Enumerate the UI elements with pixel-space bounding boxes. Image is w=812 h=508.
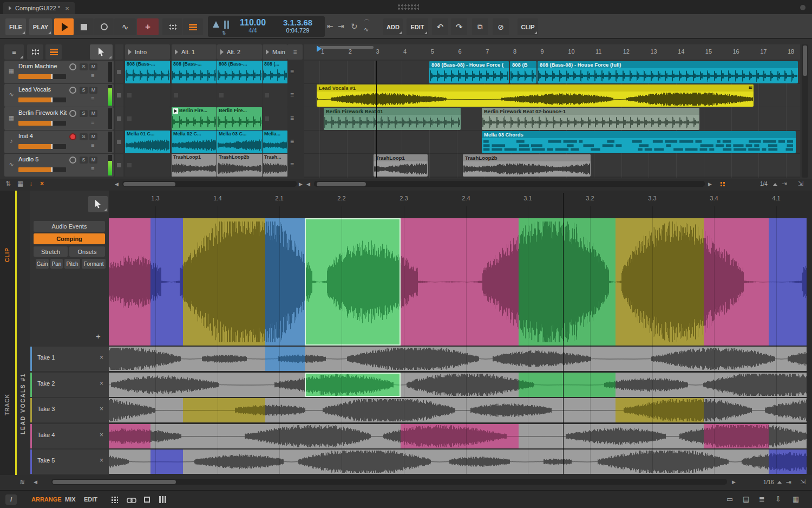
arc-icon[interactable]: ⌒	[364, 18, 370, 27]
follow-playhead-icon[interactable]: ⇅	[5, 180, 11, 187]
link-icon[interactable]	[127, 497, 136, 504]
track-header[interactable]: ∿Audio 5SM≡	[4, 154, 114, 177]
record-arm-button[interactable]	[69, 87, 76, 94]
arranger-clip[interactable]: Berlin Firework Beat 01	[324, 108, 461, 130]
clip-header[interactable]: 808 (Bass-08) - House Force (full)	[538, 61, 798, 68]
scene-play-icon[interactable]	[266, 49, 269, 55]
arranger-grid-value[interactable]: 1/4	[760, 181, 768, 187]
onsets-button[interactable]: Onsets	[69, 246, 105, 257]
scrollbar-thumb[interactable]	[803, 45, 807, 76]
arrangement-loop-region[interactable]	[319, 46, 374, 49]
keyboard-panel-icon[interactable]: ▦	[793, 495, 799, 503]
scene-header[interactable]: Alt. 1	[172, 44, 217, 60]
editor-playhead[interactable]	[563, 193, 564, 474]
clip-stop-button[interactable]	[115, 107, 123, 130]
comping-button[interactable]: Comping	[34, 233, 105, 244]
layout-split-button[interactable]	[162, 18, 182, 35]
scene-play-icon[interactable]	[128, 49, 132, 55]
clip-header[interactable]: 808 (Bass-08) - House Force (	[429, 61, 509, 68]
punch-out-icon[interactable]: ⇥	[338, 22, 344, 30]
gain-button[interactable]: Gain	[36, 259, 49, 269]
launcher-scrollbar[interactable]	[122, 181, 297, 187]
pitch-button[interactable]: Pitch	[64, 259, 80, 269]
scene-header[interactable]: Alt. 2	[217, 44, 262, 60]
volume-fader[interactable]	[18, 121, 66, 126]
scene-row-menu-icon[interactable]: ≡	[290, 68, 294, 75]
tempo-value[interactable]: 110.00	[235, 18, 271, 27]
track-header[interactable]: ♪Inst 4SM≡	[4, 131, 114, 153]
take-list-item[interactable]: Take 3×	[30, 398, 109, 422]
track-menu-icon[interactable]: ≡	[91, 119, 94, 125]
take-delete-icon[interactable]: ×	[100, 457, 103, 464]
solo-button[interactable]: S	[80, 87, 88, 94]
clip-header[interactable]: Berlin Firework Beat 01	[324, 108, 461, 115]
info-button[interactable]: i	[5, 494, 17, 505]
timeline-view-button[interactable]	[45, 44, 62, 60]
comp-waveform-display[interactable]	[109, 218, 807, 346]
empty-clip-slot[interactable]	[263, 84, 287, 107]
scene-row-menu-icon[interactable]: ≡	[290, 91, 294, 99]
pan-button[interactable]: Pan	[50, 259, 63, 269]
loop-icon[interactable]: ↻	[351, 22, 358, 31]
single-window-icon[interactable]	[144, 497, 150, 503]
clip-stop-button[interactable]	[115, 131, 123, 153]
volume-fader[interactable]	[18, 144, 66, 149]
punch-in-icon[interactable]: ⇤	[327, 22, 333, 30]
clip-slot[interactable]: 808 (Bass-...	[217, 61, 262, 83]
solo-button[interactable]: S	[80, 110, 88, 117]
record-arm-button[interactable]	[69, 63, 76, 70]
expand-panel-icon[interactable]: ⇲	[798, 180, 803, 187]
track-menu-icon[interactable]: ≡	[91, 142, 94, 148]
take-lane-waveform[interactable]	[109, 450, 807, 474]
clip-header[interactable]: TrashLoop2b	[463, 154, 591, 161]
tempo-block[interactable]: 110.00 4/4	[235, 18, 271, 34]
empty-clip-slot[interactable]	[125, 107, 170, 130]
record-arm-button[interactable]	[69, 157, 76, 164]
scrollbar-thumb[interactable]	[317, 182, 366, 186]
take-delete-icon[interactable]: ×	[100, 354, 103, 361]
track-menu-icon[interactable]: ≡	[91, 95, 94, 102]
editor-pointer-tool-button[interactable]	[88, 196, 108, 212]
clip-stop-button[interactable]	[115, 154, 123, 177]
scene-header[interactable]: Intro	[125, 44, 170, 60]
browser-panel-icon[interactable]: ⇩	[775, 495, 781, 503]
timeline-scrollbar[interactable]	[314, 181, 705, 187]
overdub-plus-button[interactable]: +	[137, 18, 159, 35]
track-header[interactable]: ▦Drum MachineSM≡	[4, 61, 114, 83]
empty-clip-slot[interactable]	[125, 84, 170, 107]
empty-clip-slot[interactable]	[263, 107, 287, 130]
clip-header[interactable]: 808 (B	[510, 61, 536, 68]
track-menu-icon[interactable]: ≡	[91, 165, 94, 172]
tab-arrange[interactable]: ARRANGE	[31, 496, 62, 503]
arranger-vertical-scrollbar[interactable]	[802, 44, 808, 178]
position-time[interactable]: 0:04.729	[274, 27, 322, 34]
scene-row-menu-icon[interactable]: ≡	[290, 161, 294, 168]
clip-loop-icon[interactable]: ≋	[748, 84, 752, 92]
automation-write-button[interactable]: ∿	[114, 18, 136, 35]
take-delete-icon[interactable]: ×	[100, 431, 103, 439]
arranger-clip[interactable]: Lead Vocals #1≋	[317, 84, 754, 107]
timeline-scroll-left-icon[interactable]: ◀	[306, 181, 310, 187]
arranger-clip[interactable]: Berlin Firework Beat 02-bounce-1	[482, 108, 699, 130]
volume-fader[interactable]	[18, 167, 66, 172]
clear-selection-icon[interactable]: ×	[40, 180, 44, 187]
edit-button[interactable]: EDIT	[407, 18, 428, 35]
project-tab-close-icon[interactable]: ×	[65, 4, 69, 12]
record-arm-button[interactable]	[69, 133, 76, 140]
arranger-clip[interactable]: 808 (Bass-08) - House Force (	[429, 61, 509, 83]
volume-fader[interactable]	[18, 97, 66, 102]
take-lane-waveform[interactable]	[109, 373, 807, 397]
arranger-ruler[interactable]: 123456789101112131415161718	[304, 44, 800, 60]
arranger-clip[interactable]: Mella 03 Chords	[482, 131, 796, 153]
track-list-button[interactable]: ≡	[4, 44, 24, 60]
arranger-playhead[interactable]	[376, 61, 377, 178]
track-menu-icon[interactable]: ≡	[91, 72, 94, 79]
arranger-timeline[interactable]: 808 (Bass-08) - House Force (808 (B808 (…	[304, 61, 800, 178]
play-button[interactable]	[54, 18, 74, 35]
arranger-clip[interactable]: 808 (Bass-08) - House Force (full)	[538, 61, 798, 83]
columns-icon[interactable]	[159, 496, 166, 503]
editor-scroll-left-icon[interactable]: ◀	[34, 479, 37, 485]
position-beats[interactable]: 3.1.3.68	[274, 18, 322, 27]
clip-slot[interactable]: Berlin Fire...	[172, 107, 217, 130]
timeline-scroll-right-icon[interactable]: ▶	[708, 181, 712, 187]
